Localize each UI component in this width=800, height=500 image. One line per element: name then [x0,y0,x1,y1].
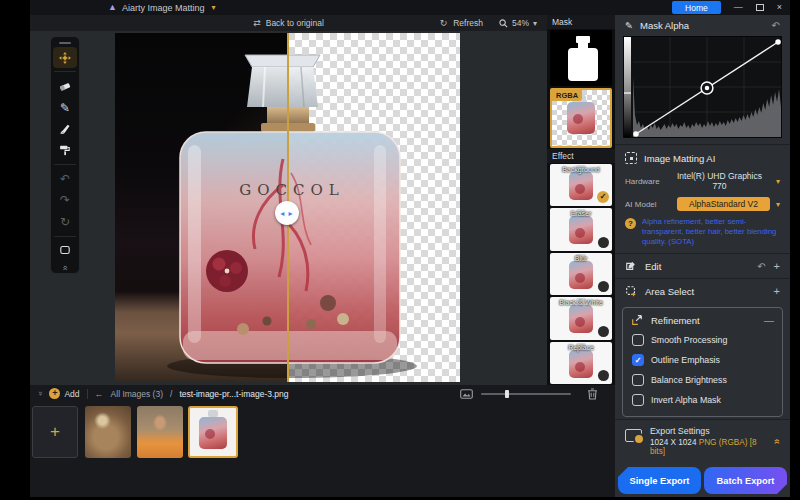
image-size-icon [460,389,473,399]
app-menu-chevron-icon[interactable]: ▾ [211,3,215,12]
effect-thumbnail-black-white[interactable]: Black & White [550,297,612,339]
thumbnail-size-slider[interactable] [481,389,571,399]
undo-button[interactable]: ↶ [53,168,77,189]
paint-roller-icon [58,143,72,157]
bottom-bar: » + Add ← All Images (3) / test-image-pr… [30,385,615,497]
stage: ▲ Aiarty Image Matting ▾ Home — × ⇄ Back… [0,0,800,500]
pencil-tool-button[interactable]: ✎ [53,97,77,118]
filmstrip-collapse-icon[interactable]: » [36,391,45,395]
alpha-curve-plot[interactable] [633,37,781,137]
edit-undo-icon[interactable]: ↶ [757,261,765,272]
plus-icon: + [50,422,60,442]
delete-trash-icon[interactable] [587,388,598,400]
bottle-preview [567,102,595,134]
add-image-button[interactable]: + Add [49,388,79,399]
export-settings[interactable]: Export Settings 1024 X 1024 PNG (RGBA) [… [615,419,790,460]
rgba-thumbnail[interactable]: RGBA [550,88,612,147]
image-thumbnail-perfume-selected[interactable] [188,406,238,458]
effect-thumbnail-eraser[interactable]: Eraser [550,208,612,250]
alpha-histogram[interactable] [623,36,782,138]
option-invert-alpha-mask[interactable]: ✓ Invert Alpha Mask [623,390,782,410]
close-button[interactable]: × [777,3,782,12]
export-settings-title: Export Settings [650,426,766,436]
refinement-title: Refinement [651,315,700,326]
option-outline-emphasis[interactable]: ✓ Outline Emphasis [623,350,782,370]
model-help: ? Alpha refinement, better semi-transpar… [615,214,790,253]
checkbox[interactable]: ✓ [632,354,644,366]
maximize-button[interactable] [756,4,764,11]
image-thumbnail-portrait[interactable] [137,406,183,458]
option-smooth-processing[interactable]: ✓ Smooth Processing [623,330,782,350]
divider [54,236,76,237]
refresh-button[interactable]: Refresh [453,18,483,28]
reset-button[interactable]: ↻ [53,211,77,232]
brush-tool-button[interactable] [53,118,77,139]
export-collapse-chevron-icon[interactable]: » [772,438,783,444]
effect-toggle-icon[interactable] [598,237,609,248]
collapse-toolbar-chevron-icon[interactable]: » [60,265,70,270]
effect-thumbnail-background[interactable]: Background ✓ [550,164,612,206]
zoom-level: 54% [512,18,529,28]
mask-thumbnail[interactable] [550,30,612,86]
compare-arrows-icon: ◂ ▸ [280,209,293,218]
refinement-collapse-icon[interactable]: — [764,315,774,326]
back-to-original-button[interactable]: ⇄ Back to original [253,18,324,28]
option-balance-brightness[interactable]: ✓ Balance Brightness [623,370,782,390]
back-to-original-label: Back to original [266,18,324,28]
tool-panel: ✎ ↶ ↷ ↻ » [50,36,80,274]
eraser-tool-button[interactable] [53,75,77,96]
area-select-section-header[interactable]: Area Select + [615,278,790,303]
mask-alpha-reset-icon[interactable]: ↶ [772,20,780,31]
add-image-tile[interactable]: + [32,406,78,458]
magnifier-icon [499,19,508,28]
edit-expand-icon[interactable]: + [774,260,780,272]
help-icon[interactable]: ? [625,218,636,229]
checkbox[interactable]: ✓ [632,374,644,386]
chevron-down-icon[interactable]: ▾ [776,200,780,209]
marquee-tool-button[interactable] [53,239,77,260]
edit-section-header[interactable]: Edit ↶ + [615,253,790,278]
add-plus-icon: + [49,388,60,399]
zoom-control[interactable]: 54% ▾ [499,18,537,28]
redo-button[interactable]: ↷ [53,190,77,211]
export-settings-icon [625,429,642,442]
checkbox[interactable]: ✓ [632,394,644,406]
effect-toggle-icon[interactable] [598,326,609,337]
compare-handle[interactable]: ◂ ▸ [275,201,299,225]
area-select-expand-icon[interactable]: + [774,285,780,297]
tool-panel-handle[interactable] [59,42,71,44]
back-arrow-icon[interactable]: ← [95,389,104,399]
divider [54,164,76,165]
roller-tool-button[interactable] [53,140,77,161]
refresh-icon: ↻ [440,18,448,28]
effect-thumbnail-replace[interactable]: Replace [550,342,612,384]
breadcrumb-group[interactable]: All Images (3) [111,389,163,399]
batch-export-button[interactable]: Batch Export [704,467,787,494]
hardware-select[interactable]: Intel(R) UHD Graphics 770 [669,171,770,191]
pencil-icon: ✎ [60,101,70,115]
image-viewer[interactable]: GOCCOL ◂ ▸ [115,33,460,382]
chevron-down-icon[interactable]: ▾ [776,177,780,186]
canvas-area: ✎ ↶ ↷ ↻ » [30,31,547,385]
slider-thumb[interactable] [505,390,509,398]
refinement-header[interactable]: Refinement — [623,310,782,330]
export-size: 1024 X 1024 [650,438,696,447]
edit-title: Edit [645,261,661,272]
app-logo-icon: ▲ [108,3,117,12]
ai-model-select[interactable]: AlphaStandard V2 [677,197,770,211]
matting-ai-title: Image Matting AI [644,153,715,164]
app-title: Aiarty Image Matting [122,3,205,13]
swap-icon: ⇄ [253,18,261,28]
single-export-button[interactable]: Single Export [618,467,701,494]
checkbox[interactable]: ✓ [632,334,644,346]
area-select-icon [625,285,637,297]
effect-toggle-icon[interactable] [598,281,609,292]
image-thumbnail-ostrich[interactable] [85,406,131,458]
right-panel: ✎ Mask Alpha ↶ [615,15,790,497]
effect-toggle-icon[interactable] [598,370,609,381]
ai-model-label: AI Model [625,200,663,209]
effect-thumbnail-blur[interactable]: Blur [550,253,612,295]
home-button[interactable]: Home [672,1,721,14]
move-tool-button[interactable] [53,47,77,68]
minimize-button[interactable]: — [734,3,743,12]
